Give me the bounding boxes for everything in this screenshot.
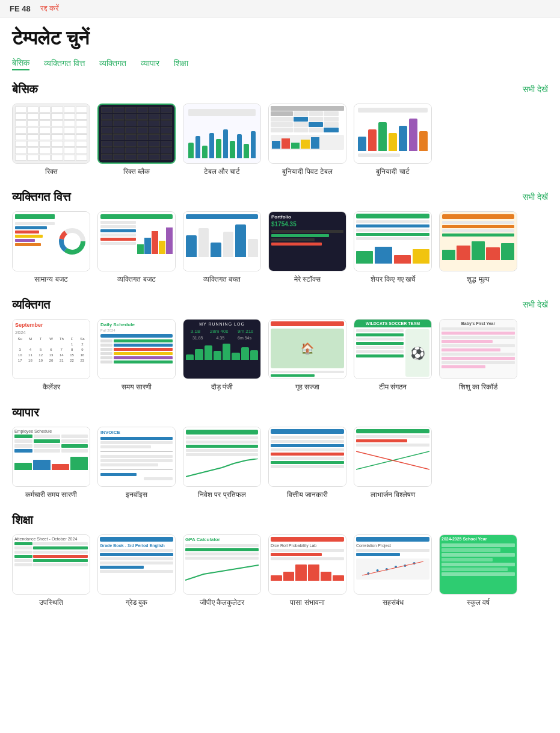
shared-preview — [354, 212, 431, 271]
template-blank[interactable]: रिक्त — [12, 104, 90, 176]
tab-education[interactable]: शिक्षा — [174, 57, 188, 70]
template-financial-info[interactable]: वित्तीय जानकारी — [268, 427, 346, 499]
template-net-worth[interactable]: शुद्ध मूल्य — [439, 211, 517, 283]
label-blank-black: रिक्त ब्लैक — [123, 167, 150, 176]
roi-preview — [183, 427, 260, 486]
template-basic-chart[interactable]: बुनियादी चार्ट — [354, 104, 432, 176]
template-employee-schedule[interactable]: Employee Schedule — [12, 427, 90, 499]
section-title-business: व्यापार — [12, 406, 39, 419]
tab-business[interactable]: व्यापार — [141, 57, 159, 70]
template-baby-record[interactable]: Baby's First Year — [439, 319, 517, 391]
template-pivot-table[interactable]: बुनियादी पिवट टेबल — [268, 104, 346, 176]
section-business: व्यापार Employee Schedule — [12, 406, 548, 499]
cancel-button[interactable]: रद्द करें — [40, 4, 60, 13]
section-header-pf: व्यक्तिगत वित्त सभी देखें — [12, 190, 548, 204]
financial-preview — [269, 427, 346, 486]
networth-preview — [440, 212, 517, 271]
label-pivot: बुनियादी पिवट टेबल — [282, 167, 333, 176]
pf-templates-row: सामान्य बजट — [12, 211, 548, 283]
template-thumb-table-chart — [183, 104, 261, 164]
stocks-title: Portfolio — [271, 214, 343, 220]
section-title-edu: शिक्षा — [12, 513, 33, 527]
label-calendar: कैलेंडर — [43, 383, 60, 391]
template-school-year[interactable]: 2024-2025 School Year स्कूल वर्ष — [439, 534, 517, 607]
svg-point-5 — [377, 569, 379, 572]
template-thumb-gen-budget — [12, 211, 90, 271]
template-personal-budget[interactable]: व्यक्तिगत बजट — [97, 211, 176, 283]
template-thumb-pivot — [268, 104, 346, 164]
label-home: गृह सज्जा — [295, 383, 319, 391]
template-dice-probability[interactable]: Dice Roll Probability Lab — [268, 534, 346, 607]
template-shared-expenses[interactable]: शेयर किए गए खर्चे — [354, 211, 432, 283]
template-blank-black[interactable]: रिक्त ब्लैक — [97, 104, 176, 176]
edu-templates-row: Attendance Sheet - October 2024 उपस्थिति — [12, 534, 548, 607]
template-thumb-baby: Baby's First Year — [439, 319, 517, 379]
template-gpa[interactable]: GPA Calculator — [183, 534, 261, 607]
template-running-log[interactable]: MY RUNNING LOG 3.1B28m 40s9m 21s 31.854.… — [183, 319, 261, 391]
label-schedule: समय सारणी — [122, 383, 152, 391]
template-thumb-dice: Dice Roll Probability Lab — [268, 534, 346, 595]
team-name: WILDCATS SOCCER TEAM — [354, 320, 431, 327]
running-preview: MY RUNNING LOG 3.1B28m 40s9m 21s 31.854.… — [183, 320, 260, 379]
section-personal: व्यक्तिगत सभी देखें September 2024 SuMTW… — [12, 298, 548, 391]
label-savings: व्यक्तिगत बचत — [203, 275, 241, 283]
basic-chart-preview — [354, 104, 431, 163]
att-title: Attendance Sheet - October 2024 — [14, 537, 88, 541]
tab-personal[interactable]: व्यक्तिगत — [99, 57, 126, 70]
template-team-org[interactable]: WILDCATS SOCCER TEAM ⚽ — [354, 319, 432, 391]
black-grid — [99, 105, 174, 162]
label-financial: वित्तीय जानकारी — [287, 490, 328, 499]
section-education: शिक्षा Attendance Sheet - October 2024 — [12, 513, 548, 607]
home-image-area: 🏠 — [271, 329, 344, 368]
tab-personal-finance[interactable]: व्यक्तिगत वित्त — [44, 57, 85, 70]
school-year-preview: 2024-2025 School Year — [440, 535, 517, 594]
template-table-chart[interactable]: टेबल और चार्ट — [183, 104, 261, 176]
template-thumb-personal-budget — [97, 211, 176, 271]
tab-basic[interactable]: बेसिक — [12, 57, 29, 70]
label-blank: रिक्त — [45, 167, 58, 176]
template-calendar[interactable]: September 2024 SuMTWThFSa 12 3456789 101… — [12, 319, 90, 391]
gradebook-preview: Grade Book - 3rd Period English — [98, 535, 175, 594]
label-breakeven: लाभार्जन विश्लेषण — [371, 490, 415, 499]
label-stocks: मेरे स्टॉक्स — [294, 275, 321, 283]
team-preview: WILDCATS SOCCER TEAM ⚽ — [354, 320, 431, 379]
section-header-edu: शिक्षा — [12, 513, 548, 527]
see-all-basic[interactable]: सभी देखें — [523, 84, 548, 94]
see-all-pf[interactable]: सभी देखें — [523, 192, 548, 202]
label-gen-budget: सामान्य बजट — [34, 275, 67, 283]
template-grade-book[interactable]: Grade Book - 3rd Period English ग्रेड बु… — [97, 534, 176, 607]
label-table-chart: टेबल और चार्ट — [204, 167, 241, 176]
template-personal-savings[interactable]: व्यक्तिगत बचत — [183, 211, 261, 283]
template-thumb-running: MY RUNNING LOG 3.1B28m 40s9m 21s 31.854.… — [183, 319, 261, 379]
cal-grid: SuMTWThFSa 12 3456789 10111213141516 171… — [15, 336, 87, 363]
section-header-personal: व्यक्तिगत सभी देखें — [12, 298, 548, 312]
section-basic: बेसिक सभी देखें र — [12, 82, 548, 176]
chart-bars — [188, 120, 256, 158]
template-general-budget[interactable]: सामान्य बजट — [12, 211, 90, 283]
template-break-even[interactable]: लाभार्जन विश्लेषण — [354, 427, 432, 499]
school-year-title: 2024-2025 School Year — [442, 537, 515, 541]
template-home-design[interactable]: 🏠 गृह सज्जा — [268, 319, 346, 391]
template-attendance[interactable]: Attendance Sheet - October 2024 उपस्थिति — [12, 534, 90, 607]
template-thumb-employee: Employee Schedule — [12, 427, 90, 487]
template-thumb-blank — [12, 104, 90, 164]
dice-preview: Dice Roll Probability Lab — [269, 535, 346, 594]
see-all-personal[interactable]: सभी देखें — [523, 300, 548, 310]
pivot-preview — [269, 104, 346, 163]
template-thumb-blank-black — [97, 104, 176, 164]
invoice-preview: INVOICE — [98, 427, 175, 486]
baby-title: Baby's First Year — [442, 321, 515, 326]
label-basic-chart: बुनियादी चार्ट — [376, 167, 409, 176]
template-invoice[interactable]: INVOICE — [97, 427, 176, 499]
section-title-basic: बेसिक — [12, 82, 38, 96]
label-correlation: सहसंबंध — [383, 598, 404, 607]
top-bar: FE 48 रद्द करें — [0, 0, 560, 17]
template-roi[interactable]: निवेश पर प्रतिफल — [183, 427, 261, 499]
running-title: MY RUNNING LOG — [186, 322, 258, 326]
template-schedule[interactable]: Daily Schedule Fall 2024 — [97, 319, 176, 391]
chart-preview — [183, 104, 260, 163]
label-attendance: उपस्थिति — [39, 598, 63, 607]
section-header-basic: बेसिक सभी देखें — [12, 82, 548, 96]
template-correlation[interactable]: Correlation Project — [354, 534, 432, 607]
template-my-stocks[interactable]: Portfolio $1754.35 मेरे स्टॉक्स — [268, 211, 346, 283]
